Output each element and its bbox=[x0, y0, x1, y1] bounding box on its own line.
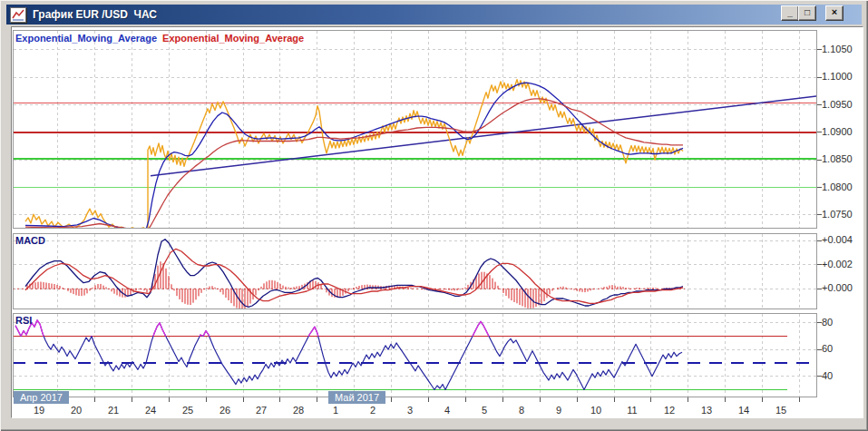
x-day-label: 5 bbox=[474, 405, 494, 416]
chart-window: График EUR /USD ЧАС _ □ × Exponential_Mo… bbox=[0, 0, 868, 431]
chart-icon bbox=[10, 7, 26, 23]
window-title: График EUR /USD ЧАС bbox=[33, 8, 157, 21]
minimize-button[interactable]: _ bbox=[781, 5, 799, 21]
x-day-label: 19 bbox=[29, 405, 49, 416]
macd-panel[interactable] bbox=[13, 233, 817, 309]
x-day-label: 26 bbox=[215, 405, 235, 416]
x-day-label: 27 bbox=[251, 405, 271, 416]
x-day-label: 4 bbox=[437, 405, 457, 416]
x-day-label: 9 bbox=[549, 405, 569, 416]
close-button[interactable]: × bbox=[825, 5, 844, 21]
x-day-label: 20 bbox=[66, 405, 86, 416]
y-tick-label: 60 bbox=[822, 343, 833, 354]
x-day-label: 2 bbox=[363, 405, 383, 416]
y-tick-label: 1.0800 bbox=[822, 181, 853, 192]
x-day-label: 25 bbox=[178, 405, 198, 416]
x-day-label: 8 bbox=[512, 405, 532, 416]
y-tick-label: 1.0950 bbox=[822, 99, 853, 110]
price-panel[interactable] bbox=[13, 30, 817, 229]
maximize-button[interactable]: □ bbox=[798, 5, 816, 21]
macd-panel-label: MACD bbox=[15, 235, 45, 246]
y-tick-label: 1.0750 bbox=[822, 209, 853, 220]
x-day-label: 11 bbox=[622, 405, 642, 416]
month-badge-may: Май 2017 bbox=[328, 391, 385, 404]
rsi-panel-label: RSI bbox=[15, 315, 32, 326]
y-tick-label: 1.1000 bbox=[822, 71, 853, 82]
title-bar[interactable]: График EUR /USD ЧАС bbox=[6, 5, 862, 24]
y-tick-label: +0.004 bbox=[822, 234, 853, 245]
ema-slow-legend-label: Exponential_Moving_Average bbox=[162, 33, 304, 44]
x-day-label: 21 bbox=[103, 405, 123, 416]
x-day-label: 14 bbox=[734, 405, 754, 416]
month-badge-april: Апр 2017 bbox=[14, 391, 69, 404]
y-tick-label: 1.1050 bbox=[822, 44, 853, 54]
x-day-label: 24 bbox=[141, 405, 161, 416]
x-day-label: 15 bbox=[771, 405, 791, 416]
x-day-label: 12 bbox=[659, 405, 679, 416]
x-day-label: 13 bbox=[697, 405, 717, 416]
x-day-label: 10 bbox=[586, 405, 606, 416]
y-tick-label: +0.002 bbox=[822, 259, 853, 269]
x-day-label: 3 bbox=[400, 405, 420, 416]
rsi-panel[interactable] bbox=[13, 313, 817, 397]
ema-fast-legend-label: Exponential_Moving_Average bbox=[15, 33, 157, 44]
x-day-label: 1 bbox=[326, 405, 346, 416]
indicator-legend: Exponential_Moving_AverageExponential_Mo… bbox=[15, 33, 304, 44]
y-tick-label: 1.0900 bbox=[822, 126, 853, 137]
y-tick-label: 80 bbox=[822, 317, 833, 328]
y-tick-label: +0.000 bbox=[822, 282, 853, 293]
x-day-label: 28 bbox=[288, 405, 308, 416]
y-tick-label: 1.0850 bbox=[822, 153, 853, 164]
y-tick-label: 40 bbox=[822, 370, 833, 381]
